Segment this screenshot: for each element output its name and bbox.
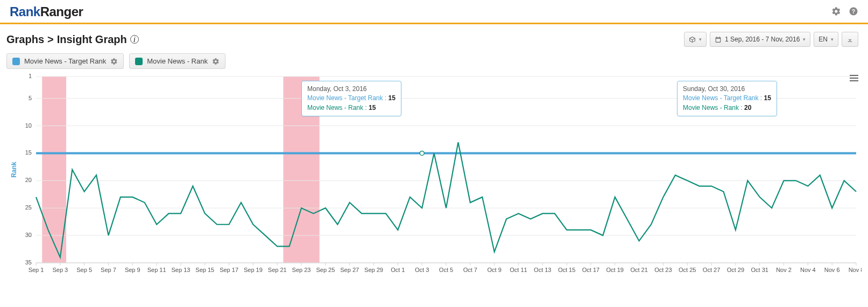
svg-text:Sep 15: Sep 15 bbox=[195, 267, 214, 273]
chip-rank-label: Movie News - Rank bbox=[147, 57, 208, 65]
svg-text:Oct 29: Oct 29 bbox=[727, 267, 744, 273]
svg-text:20: 20 bbox=[25, 177, 32, 183]
svg-text:Oct 7: Oct 7 bbox=[463, 267, 477, 273]
language-button[interactable]: EN ▾ bbox=[814, 32, 838, 47]
svg-rect-2 bbox=[42, 76, 66, 263]
chip-target-rank[interactable]: Movie News - Target Rank bbox=[6, 53, 124, 69]
svg-text:Oct 11: Oct 11 bbox=[510, 267, 527, 273]
chevron-down-icon: ▾ bbox=[699, 37, 702, 42]
svg-text:Oct 25: Oct 25 bbox=[679, 267, 696, 273]
svg-text:Sep 21: Sep 21 bbox=[268, 267, 287, 273]
svg-text:Sep 5: Sep 5 bbox=[76, 267, 92, 273]
brand-part1: Rank bbox=[10, 4, 40, 19]
brand-part2: Ranger bbox=[40, 4, 83, 19]
svg-text:Sep 3: Sep 3 bbox=[52, 267, 68, 273]
tooltip-s2-label: Movie News - Rank : bbox=[307, 104, 369, 111]
svg-text:Nov 8: Nov 8 bbox=[849, 267, 862, 273]
svg-text:Oct 13: Oct 13 bbox=[534, 267, 551, 273]
tooltip-s1-val: 15 bbox=[389, 94, 396, 102]
tooltip-s1-label: Movie News - Target Rank : bbox=[683, 94, 764, 102]
svg-text:Oct 21: Oct 21 bbox=[630, 267, 647, 273]
language-label: EN bbox=[818, 36, 828, 43]
chip-target-label: Movie News - Target Rank bbox=[24, 57, 106, 65]
chevron-down-icon: ▾ bbox=[831, 37, 834, 42]
breadcrumb-sep: > bbox=[47, 33, 54, 46]
svg-text:Sep 25: Sep 25 bbox=[316, 267, 335, 273]
info-icon[interactable]: i bbox=[130, 35, 139, 44]
svg-text:Oct 15: Oct 15 bbox=[558, 267, 575, 273]
svg-text:35: 35 bbox=[25, 259, 32, 266]
page-title: Insight Graph bbox=[57, 33, 127, 46]
svg-text:Nov 6: Nov 6 bbox=[824, 267, 840, 273]
top-bar: RankRanger ? bbox=[0, 0, 868, 24]
tooltip-date: Monday, Oct 3, 2016 bbox=[307, 85, 396, 94]
svg-text:Nov 2: Nov 2 bbox=[776, 267, 792, 273]
svg-text:1: 1 bbox=[29, 73, 32, 79]
svg-text:Sep 1: Sep 1 bbox=[29, 267, 44, 273]
svg-text:Rank: Rank bbox=[10, 162, 18, 178]
svg-text:Nov 4: Nov 4 bbox=[800, 267, 816, 273]
svg-text:Sep 11: Sep 11 bbox=[147, 267, 166, 273]
package-button[interactable]: ▾ bbox=[684, 32, 707, 47]
svg-text:25: 25 bbox=[25, 204, 32, 211]
tooltip-s1-val: 15 bbox=[764, 94, 771, 102]
svg-text:10: 10 bbox=[25, 122, 32, 129]
top-controls: ▾ 1 Sep, 2016 - 7 Nov, 2016 ▾ EN ▾ bbox=[684, 32, 858, 47]
svg-text:Sep 9: Sep 9 bbox=[125, 267, 140, 273]
svg-text:?: ? bbox=[852, 8, 855, 14]
chart-container: 15101520253035RankSep 1Sep 3Sep 5Sep 7Se… bbox=[0, 73, 868, 280]
chip-rank[interactable]: Movie News - Rank bbox=[129, 53, 225, 69]
svg-text:Oct 17: Oct 17 bbox=[582, 267, 599, 273]
svg-text:Oct 31: Oct 31 bbox=[751, 267, 768, 273]
svg-text:Sep 23: Sep 23 bbox=[292, 267, 311, 273]
tooltip-s2-val: 20 bbox=[744, 104, 751, 111]
svg-text:15: 15 bbox=[25, 149, 32, 156]
help-icon[interactable]: ? bbox=[849, 6, 858, 18]
svg-text:Oct 3: Oct 3 bbox=[415, 267, 429, 273]
svg-text:Oct 1: Oct 1 bbox=[391, 267, 405, 273]
svg-text:Oct 27: Oct 27 bbox=[703, 267, 720, 273]
svg-text:5: 5 bbox=[29, 95, 32, 101]
swatch-target bbox=[12, 58, 20, 65]
svg-text:Sep 29: Sep 29 bbox=[364, 267, 383, 273]
svg-text:Sep 13: Sep 13 bbox=[172, 267, 190, 273]
tooltip-s1-label: Movie News - Target Rank : bbox=[307, 94, 389, 102]
date-range-label: 1 Sep, 2016 - 7 Nov, 2016 bbox=[725, 36, 800, 43]
gear-icon[interactable] bbox=[110, 58, 118, 65]
chevron-down-icon: ▾ bbox=[803, 37, 806, 42]
tooltip-oct3: Monday, Oct 3, 2016 Movie News - Target … bbox=[301, 81, 401, 116]
svg-text:30: 30 bbox=[25, 232, 32, 238]
chart-menu-icon[interactable] bbox=[850, 73, 858, 83]
gear-icon[interactable] bbox=[831, 6, 841, 18]
breadcrumb: Graphs > Insight Graph i bbox=[6, 33, 139, 46]
svg-text:Oct 19: Oct 19 bbox=[606, 267, 624, 273]
breadcrumb-root[interactable]: Graphs bbox=[6, 33, 44, 46]
svg-text:Oct 5: Oct 5 bbox=[439, 267, 453, 273]
tooltip-s2-label: Movie News - Rank : bbox=[683, 104, 744, 111]
svg-text:Oct 23: Oct 23 bbox=[654, 267, 672, 273]
svg-text:Sep 7: Sep 7 bbox=[101, 267, 116, 273]
svg-text:Oct 9: Oct 9 bbox=[487, 267, 501, 273]
gear-icon[interactable] bbox=[212, 58, 220, 65]
svg-text:Sep 19: Sep 19 bbox=[244, 267, 263, 273]
nav-row: Graphs > Insight Graph i ▾ 1 Sep, 2016 -… bbox=[0, 24, 868, 51]
tooltip-date: Sunday, Oct 30, 2016 bbox=[683, 85, 771, 94]
svg-point-92 bbox=[420, 151, 424, 155]
swatch-rank bbox=[135, 58, 143, 65]
svg-text:Sep 17: Sep 17 bbox=[220, 267, 238, 273]
brand-logo: RankRanger bbox=[10, 4, 83, 19]
date-range-button[interactable]: 1 Sep, 2016 - 7 Nov, 2016 ▾ bbox=[710, 32, 810, 47]
tooltip-oct30: Sunday, Oct 30, 2016 Movie News - Target… bbox=[677, 81, 777, 116]
svg-text:Sep 27: Sep 27 bbox=[340, 267, 359, 273]
tooltip-s2-val: 15 bbox=[369, 104, 376, 111]
series-chips: Movie News - Target Rank Movie News - Ra… bbox=[0, 51, 868, 73]
download-button[interactable] bbox=[842, 32, 858, 47]
